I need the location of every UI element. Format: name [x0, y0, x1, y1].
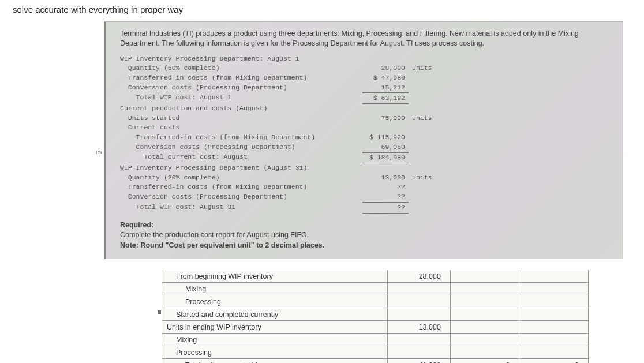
- cell-empty[interactable]: [388, 308, 451, 321]
- cell-val[interactable]: 0: [519, 359, 589, 364]
- r3-label: Conversion costs (Processing Department): [120, 83, 362, 93]
- r11-label: Transferred-in costs (from Mixing Depart…: [120, 182, 362, 192]
- cell-empty[interactable]: [519, 321, 589, 334]
- cell-desc[interactable]: Units in ending WIP inventory: [162, 321, 388, 334]
- cell-empty[interactable]: [450, 321, 519, 334]
- table-row[interactable]: Units in ending WIP inventory 13,000: [162, 321, 589, 334]
- r10-val: 13,000: [362, 173, 409, 183]
- r9-label: Total current cost: August: [120, 152, 362, 163]
- r4-label: Total WIP cost: August 1: [120, 93, 362, 104]
- cell-empty[interactable]: [388, 334, 451, 346]
- req-title: Required:: [120, 221, 153, 229]
- r3-val: 15,212: [362, 83, 409, 93]
- r13-label: Total WIP cost: August 31: [120, 203, 362, 214]
- r7-val: $ 115,920: [362, 133, 409, 143]
- data-block: WIP Inventory Processing Department: Aug…: [120, 54, 612, 214]
- table-row[interactable]: Processing: [162, 295, 589, 308]
- r5-val: 75,000: [362, 114, 409, 124]
- r7-label: Transferred-in costs (from Mixing Depart…: [120, 133, 362, 143]
- cell-empty[interactable]: [450, 308, 519, 321]
- cell-empty[interactable]: [450, 346, 519, 359]
- cell-desc[interactable]: Processing: [162, 295, 388, 308]
- table-row[interactable]: Mixing: [162, 283, 589, 295]
- cell-empty[interactable]: [519, 308, 589, 321]
- r2-label: Transferred-in costs (from Mixing Depart…: [120, 73, 362, 83]
- cell-empty[interactable]: [519, 295, 589, 308]
- r4-val: $ 63,192: [362, 93, 409, 104]
- cell-desc[interactable]: Total units accounted for: [162, 359, 388, 364]
- r2-val: $ 47,980: [362, 73, 409, 83]
- r12-val: ??: [362, 192, 409, 203]
- table-row[interactable]: Mixing: [162, 334, 589, 346]
- cell-empty[interactable]: [519, 270, 589, 283]
- r13-val: ??: [362, 203, 409, 214]
- table-row[interactable]: Started and completed currently: [162, 308, 589, 321]
- r10-unit: units: [409, 173, 443, 183]
- cell-empty[interactable]: [388, 346, 451, 359]
- side-tab: es: [96, 149, 102, 155]
- r8-val: 69,060: [362, 143, 409, 153]
- r10-label: Quantity (20% complete): [120, 173, 362, 183]
- cell-empty[interactable]: [519, 334, 589, 346]
- r11-val: ??: [362, 182, 409, 192]
- instruction-text: solve accurate with everything in proper…: [0, 0, 644, 21]
- r6-label: Current costs: [120, 123, 362, 133]
- r9-val: $ 184,980: [362, 152, 409, 163]
- r1-val: 28,000: [362, 63, 409, 73]
- cell-empty[interactable]: [519, 346, 589, 359]
- cell-val[interactable]: 13,000: [388, 321, 451, 334]
- intro-text: Terminal Industries (TI) produces a prod…: [120, 29, 612, 48]
- table-row[interactable]: Processing: [162, 346, 589, 359]
- worksheet-table[interactable]: From beginning WIP inventory 28,000 Mixi…: [162, 270, 589, 363]
- cell-desc[interactable]: Mixing: [162, 283, 388, 295]
- h1: WIP Inventory Processing Department: Aug…: [120, 54, 362, 64]
- r12-label: Conversion costs (Processing Department): [120, 192, 362, 203]
- r5-label: Units started: [120, 114, 362, 124]
- cell-val[interactable]: 0: [450, 359, 519, 364]
- cell-empty[interactable]: [450, 334, 519, 346]
- cell-val[interactable]: 41,000: [388, 359, 451, 364]
- r8-label: Conversion costs (Processing Department): [120, 143, 362, 153]
- table-row[interactable]: From beginning WIP inventory 28,000: [162, 270, 589, 283]
- cell-empty[interactable]: [450, 270, 519, 283]
- r1-unit: units: [409, 63, 443, 73]
- cell-empty[interactable]: [519, 283, 589, 295]
- req-line: Complete the production cost report for …: [120, 231, 309, 239]
- r5-unit: units: [409, 114, 443, 124]
- cell-desc[interactable]: Started and completed currently: [162, 308, 388, 321]
- cell-empty[interactable]: [388, 295, 451, 308]
- cell-empty[interactable]: [450, 283, 519, 295]
- required-block: Required: Complete the production cost r…: [120, 220, 612, 251]
- cell-empty[interactable]: [388, 283, 451, 295]
- req-note: Note: Round "Cost per equivalent unit" t…: [120, 241, 324, 249]
- cell-desc[interactable]: Mixing: [162, 334, 388, 346]
- cell-empty[interactable]: [450, 295, 519, 308]
- r1-label: Quantity (60% complete): [120, 63, 362, 73]
- cell-desc[interactable]: Processing: [162, 346, 388, 359]
- table-row[interactable]: Total units accounted for 41,000 0 0: [162, 359, 589, 364]
- worksheet: From beginning WIP inventory 28,000 Mixi…: [162, 270, 589, 363]
- cell-val[interactable]: 28,000: [388, 270, 451, 283]
- problem-panel: es Terminal Industries (TI) produces a p…: [104, 21, 623, 259]
- h3: WIP Inventory Processing Department (Aug…: [120, 163, 362, 173]
- h2: Current production and costs (August): [120, 104, 362, 114]
- cell-desc[interactable]: From beginning WIP inventory: [162, 270, 388, 283]
